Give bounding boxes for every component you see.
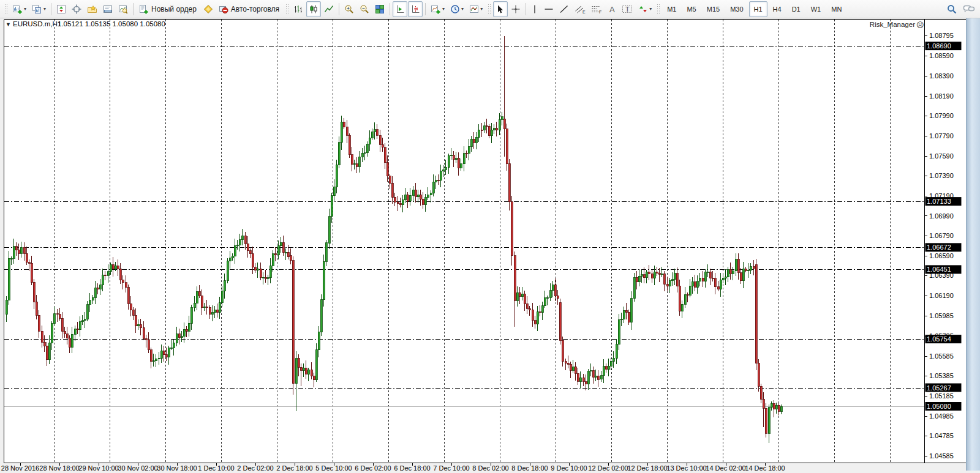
candle-body — [552, 285, 554, 291]
candle-body — [277, 246, 279, 255]
candle-body — [366, 144, 368, 152]
right-scroll-strip[interactable] — [966, 18, 980, 473]
candle-body — [579, 378, 581, 381]
candle-body — [247, 244, 249, 251]
candle-body — [493, 128, 495, 130]
candle-body — [661, 274, 663, 275]
candle-body — [729, 269, 731, 274]
price-axis-label: 1.04585 — [929, 452, 954, 460]
candle-body — [679, 286, 680, 311]
candle-body — [353, 164, 355, 165]
candle-body — [178, 334, 180, 338]
candle-body — [747, 270, 749, 271]
candle-body — [773, 403, 775, 409]
candle-body — [183, 329, 185, 337]
candle-body — [448, 155, 450, 167]
candle-body — [625, 310, 627, 312]
candle-body — [666, 284, 668, 286]
candle-body — [254, 267, 256, 270]
candle-body — [26, 253, 28, 263]
candle-body — [384, 147, 386, 163]
candle-body — [6, 300, 7, 315]
candle-body — [694, 281, 696, 287]
candle-body — [514, 256, 516, 300]
candle-body — [768, 408, 770, 433]
candle-body — [272, 254, 274, 266]
candle-body — [290, 256, 292, 261]
candle-body — [176, 334, 178, 343]
candle-body — [612, 358, 614, 361]
candle-body — [336, 165, 337, 187]
candle-body — [325, 243, 327, 261]
candle-body — [638, 276, 640, 282]
candle-body — [110, 264, 111, 272]
price-axis-label: 1.05185 — [929, 392, 954, 400]
candle-body — [341, 122, 342, 143]
candle-body — [537, 312, 538, 324]
candle-body — [466, 154, 467, 154]
candle-body — [41, 331, 43, 342]
candle-body — [608, 366, 609, 370]
candle-body — [394, 197, 396, 202]
candle-body — [343, 122, 345, 127]
candle-body — [351, 155, 353, 165]
candle-body — [699, 278, 701, 281]
candle-body — [712, 278, 714, 278]
candle-body — [303, 368, 304, 370]
candle-body — [150, 350, 152, 362]
candle-body — [669, 281, 671, 286]
candle-body — [692, 281, 693, 286]
candle-body — [234, 245, 236, 256]
price-marker-value: 1.05267 — [927, 384, 951, 392]
candle-body — [102, 275, 104, 285]
candle-body — [165, 355, 167, 357]
candle-body — [557, 296, 559, 299]
candle-body — [753, 267, 755, 269]
candle-body — [148, 340, 149, 350]
candle-body — [689, 286, 691, 296]
candle-body — [582, 378, 584, 381]
candle-body — [605, 367, 607, 370]
candle-body — [532, 310, 533, 320]
candle-body — [432, 182, 434, 193]
candle-body — [539, 312, 541, 313]
candle-body — [313, 376, 315, 380]
candle-body — [119, 269, 121, 280]
candle-body — [651, 274, 653, 278]
candle-body — [323, 261, 325, 300]
candle-body — [643, 275, 645, 278]
candle-body — [445, 167, 447, 169]
candle-body — [722, 278, 724, 280]
candle-body — [135, 315, 137, 326]
candle-body — [305, 368, 307, 374]
price-axis-label: 1.04785 — [929, 432, 954, 439]
price-axis-label: 1.06990 — [929, 212, 954, 220]
candle-body — [74, 329, 76, 335]
candle-body — [267, 278, 269, 279]
chart-dropdown-icon[interactable]: ▼ — [6, 21, 11, 28]
candle-body — [379, 135, 381, 144]
candle-body — [356, 164, 358, 167]
candle-body — [440, 171, 442, 181]
candle-body — [735, 259, 737, 271]
candle-body — [595, 376, 597, 377]
chart-ohlc-values: 1.05121 1.05135 1.05080 1.05080 — [58, 20, 165, 28]
candle-body — [333, 187, 335, 196]
candle-body — [519, 292, 521, 297]
candle-body — [338, 143, 340, 165]
candle-body — [61, 318, 63, 331]
candle-body — [84, 319, 86, 321]
candle-body — [417, 195, 419, 197]
candle-body — [371, 132, 373, 138]
candle-body — [190, 307, 192, 323]
candle-body — [648, 272, 650, 274]
candle-body — [92, 297, 94, 300]
candle-body — [186, 329, 187, 331]
candle-body — [13, 247, 15, 259]
candle-body — [420, 195, 421, 199]
candle-body — [311, 370, 312, 376]
candle-body — [125, 283, 127, 288]
candle-body — [775, 405, 777, 409]
candle-body — [201, 296, 203, 308]
candle-body — [8, 258, 10, 300]
